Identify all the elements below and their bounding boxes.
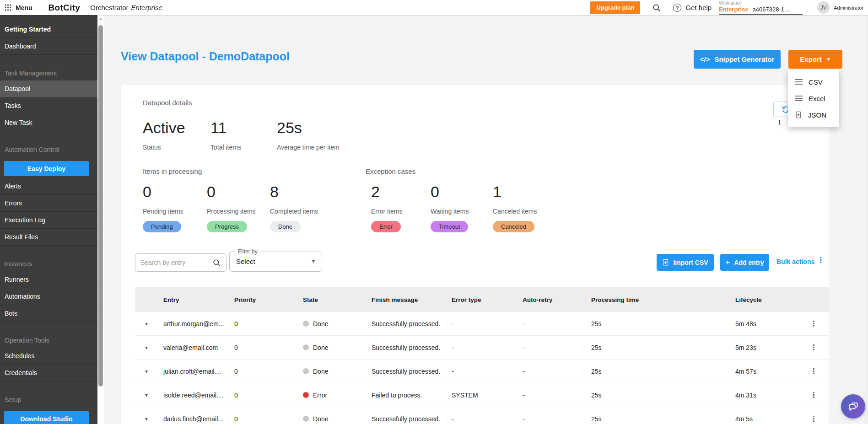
menu-label: Menu [16,4,32,11]
csv-rows-icon [795,79,803,85]
col-finish-message: Finish message [366,296,446,303]
search-input[interactable] [140,259,212,266]
row-expander-caret-icon[interactable]: ▾ [135,392,158,398]
sidebar-section-setup: Setup [0,391,97,407]
processing-value: 0 [207,183,256,200]
workspace-id: a4067328-1... [753,6,789,13]
sidebar-item-bots[interactable]: Bots [0,305,97,322]
cell-auto-retry: - [517,368,586,375]
row-expander-caret-icon[interactable]: ▾ [135,321,158,327]
error-badge: Error [371,221,401,232]
sidebar-section-task-management: Task Management [0,64,97,81]
row-expander-caret-icon[interactable]: ▾ [135,416,158,422]
sidebar-item-getting-started[interactable]: Getting Started [0,21,97,38]
export-dropdown-menu: CSV Excel JSON [788,70,839,127]
export-option-label: JSON [808,111,826,119]
items-in-processing-heading: Items in processing [143,167,202,175]
avatar[interactable]: JV [817,1,830,14]
sidebar-item-schedules[interactable]: Schedules [0,348,97,365]
table-row: ▾ julian.croft@email.... 0 Done Successf… [135,360,829,383]
kebab-menu-icon[interactable]: ⋮ [817,255,825,265]
row-kebab-menu-icon[interactable]: ⋮ [798,391,829,399]
cell-lifecycle: 4m 31s [730,392,798,399]
completed-value: 8 [270,183,318,200]
col-processing-time: Processing time [586,296,730,303]
sidebar-item-execution-log[interactable]: Execution Log [0,212,97,229]
main-content: View Datapool - DemoDatapool </> Snippet… [104,15,868,424]
cell-processing-time: 25s [586,320,730,327]
pending-badge: Pending [143,221,181,232]
pending-value: 0 [143,183,183,200]
sidebar-item-datapool[interactable]: Datapool [0,81,97,97]
sidebar-item-tasks[interactable]: Tasks [0,97,97,114]
import-csv-button[interactable]: Import CSV [657,254,714,271]
topbar-left: Menu BotCity Orchestrator Enterprise [0,3,162,13]
main-scrollbar[interactable] [865,15,868,424]
sidebar-item-automations[interactable]: Automations [0,288,97,305]
page-title: View Datapool - DemoDatapool [121,50,290,63]
topbar-right: Upgrade plan ? Get help Workspace Enterp… [590,0,868,15]
upgrade-plan-button[interactable]: Upgrade plan [590,1,640,14]
sidebar-item-new-task[interactable]: New Task [0,114,97,131]
sidebar-scrollbar[interactable]: ▲ [97,15,104,424]
cell-error-type: - [446,368,517,375]
col-entry: Entry [158,296,229,303]
col-lifecycle: Lifecycle [730,296,798,303]
col-state: State [297,296,366,303]
state-dot-icon [303,392,309,398]
row-expander-caret-icon[interactable]: ▾ [135,344,158,351]
export-option-label: Excel [809,95,825,102]
sidebar-item-errors[interactable]: Errors [0,195,97,212]
row-expander-caret-icon[interactable]: ▾ [135,368,158,375]
row-kebab-menu-icon[interactable]: ⋮ [798,319,829,328]
easy-deploy-button[interactable]: Easy Deploy [4,161,89,176]
export-option-csv[interactable]: CSV [788,74,839,90]
code-icon: </> [700,55,710,63]
cell-priority: 0 [229,392,297,399]
topbar: Menu BotCity Orchestrator Enterprise Upg… [0,0,868,15]
row-kebab-menu-icon[interactable]: ⋮ [798,367,829,376]
cell-state: Done [297,320,366,327]
get-help-button[interactable]: ? Get help [673,4,712,12]
cell-processing-time: 25s [586,344,730,351]
plus-icon: + [725,258,730,267]
snippet-generator-button[interactable]: </> Snippet Generator [694,50,781,69]
export-button[interactable]: Export ▼ [788,50,842,69]
sidebar-item-alerts[interactable]: Alerts [0,178,97,195]
app-menu-button[interactable]: Menu [5,4,32,11]
cell-processing-time: 25s [586,415,730,423]
filter-select[interactable]: Filter by Select ▼ [229,252,322,272]
search-icon[interactable] [212,258,221,267]
pending-label: Pending items [143,208,183,215]
sidebar: Getting Started Dashboard Task Managemen… [0,15,97,424]
product-name: Orchestrator [90,4,128,11]
workspace-selector[interactable]: Workspace Enterprise a4067328-1... [719,0,803,15]
download-studio-button[interactable]: Download Studio [4,411,89,424]
row-kebab-menu-icon[interactable]: ⋮ [798,414,829,423]
cell-lifecycle: 4m 5s [730,415,798,423]
bulk-actions-button[interactable]: Bulk actions [776,258,814,265]
brand-logo[interactable]: BotCity [49,3,81,13]
export-option-excel[interactable]: Excel [788,90,839,107]
cell-entry: darius.finch@email... [158,415,229,423]
add-entry-button[interactable]: + Add entry [720,254,769,271]
state-dot-icon [303,344,309,350]
sidebar-item-runners[interactable]: Runners [0,271,97,288]
cell-auto-retry: - [517,415,586,423]
total-items-label: Total items [210,144,241,151]
sidebar-item-credentials[interactable]: Credentials [0,365,97,381]
topbar-divider [41,3,41,13]
scrollbar-up-arrow-icon[interactable]: ▲ [97,17,104,20]
error-value: 2 [371,183,402,200]
sidebar-scrollbar-thumb[interactable] [98,25,103,386]
filter-label: Filter by [236,248,260,255]
export-option-json[interactable]: JSON [788,107,839,123]
chat-support-button[interactable] [841,394,865,419]
search-button[interactable] [652,3,661,12]
status-value: Active [143,119,185,136]
error-label: Error items [371,208,402,215]
row-kebab-menu-icon[interactable]: ⋮ [798,343,829,352]
sidebar-item-result-files[interactable]: Result Files [0,229,97,246]
stat-total-items: 11 Total items [210,119,241,151]
sidebar-item-dashboard[interactable]: Dashboard [0,38,97,55]
